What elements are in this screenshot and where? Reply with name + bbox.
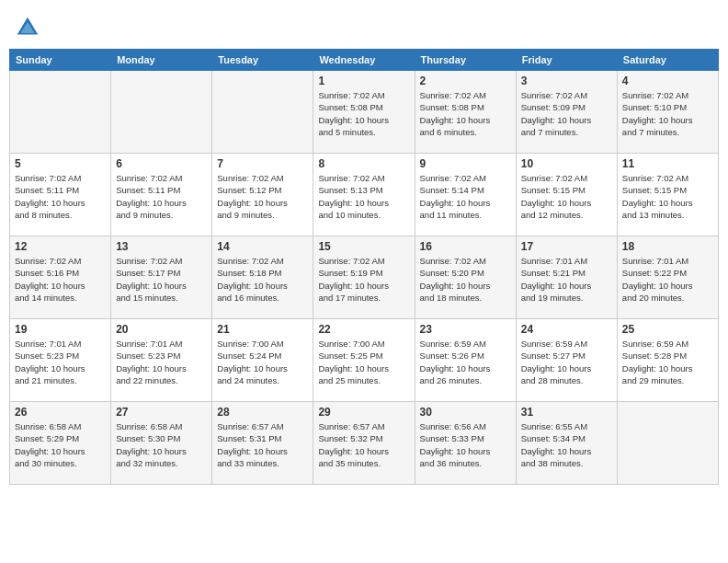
day-info: Sunrise: 7:02 AM Sunset: 5:16 PM Dayligh…	[15, 255, 106, 304]
day-number: 18	[622, 240, 713, 253]
day-info: Sunrise: 7:01 AM Sunset: 5:21 PM Dayligh…	[521, 255, 612, 304]
day-info: Sunrise: 7:00 AM Sunset: 5:24 PM Dayligh…	[217, 338, 308, 386]
day-number: 20	[116, 323, 207, 336]
calendar-cell: 10Sunrise: 7:02 AM Sunset: 5:15 PM Dayli…	[516, 154, 617, 236]
calendar-cell: 11Sunrise: 7:02 AM Sunset: 5:15 PM Dayli…	[617, 154, 718, 236]
logo	[14, 14, 45, 41]
day-number: 1	[318, 75, 409, 87]
weekday-header: Friday	[516, 50, 617, 71]
calendar-cell: 1Sunrise: 7:02 AM Sunset: 5:08 PM Daylig…	[313, 71, 415, 154]
calendar-cell: 26Sunrise: 6:58 AM Sunset: 5:29 PM Dayli…	[10, 402, 111, 485]
calendar-cell: 4Sunrise: 7:02 AM Sunset: 5:10 PM Daylig…	[617, 71, 718, 154]
calendar-cell: 24Sunrise: 6:59 AM Sunset: 5:27 PM Dayli…	[516, 319, 617, 402]
calendar-week-row: 12Sunrise: 7:02 AM Sunset: 5:16 PM Dayli…	[10, 236, 719, 319]
day-info: Sunrise: 7:02 AM Sunset: 5:11 PM Dayligh…	[116, 172, 207, 221]
day-number: 5	[15, 157, 106, 170]
day-number: 22	[318, 323, 409, 336]
day-info: Sunrise: 7:02 AM Sunset: 5:15 PM Dayligh…	[622, 172, 713, 221]
calendar-cell: 18Sunrise: 7:01 AM Sunset: 5:22 PM Dayli…	[617, 236, 718, 319]
day-number: 8	[318, 157, 409, 170]
day-info: Sunrise: 7:02 AM Sunset: 5:14 PM Dayligh…	[420, 172, 511, 221]
calendar-cell: 17Sunrise: 7:01 AM Sunset: 5:21 PM Dayli…	[516, 236, 617, 319]
day-info: Sunrise: 6:57 AM Sunset: 5:31 PM Dayligh…	[217, 420, 308, 469]
day-number: 26	[15, 406, 106, 419]
calendar-cell: 12Sunrise: 7:02 AM Sunset: 5:16 PM Dayli…	[10, 236, 111, 319]
calendar-cell: 23Sunrise: 6:59 AM Sunset: 5:26 PM Dayli…	[415, 319, 516, 402]
day-number: 28	[217, 406, 308, 419]
calendar-cell: 8Sunrise: 7:02 AM Sunset: 5:13 PM Daylig…	[313, 154, 415, 236]
day-info: Sunrise: 7:02 AM Sunset: 5:13 PM Dayligh…	[318, 172, 409, 221]
day-info: Sunrise: 7:02 AM Sunset: 5:10 PM Dayligh…	[622, 89, 713, 138]
calendar-cell: 6Sunrise: 7:02 AM Sunset: 5:11 PM Daylig…	[111, 154, 212, 236]
weekday-header: Tuesday	[212, 50, 313, 71]
day-info: Sunrise: 7:01 AM Sunset: 5:23 PM Dayligh…	[116, 338, 207, 386]
calendar: SundayMondayTuesdayWednesdayThursdayFrid…	[9, 49, 719, 485]
day-info: Sunrise: 7:02 AM Sunset: 5:12 PM Dayligh…	[217, 172, 308, 221]
day-info: Sunrise: 7:02 AM Sunset: 5:08 PM Dayligh…	[420, 89, 511, 138]
calendar-cell	[111, 71, 212, 154]
day-number: 13	[116, 240, 207, 253]
day-info: Sunrise: 7:01 AM Sunset: 5:22 PM Dayligh…	[622, 255, 713, 304]
day-number: 29	[318, 406, 409, 419]
day-info: Sunrise: 6:58 AM Sunset: 5:30 PM Dayligh…	[116, 420, 207, 469]
logo-icon	[14, 14, 41, 41]
day-number: 14	[217, 240, 308, 253]
calendar-cell: 19Sunrise: 7:01 AM Sunset: 5:23 PM Dayli…	[10, 319, 111, 402]
day-number: 23	[420, 323, 511, 336]
calendar-cell: 15Sunrise: 7:02 AM Sunset: 5:19 PM Dayli…	[313, 236, 415, 319]
day-number: 24	[521, 323, 612, 336]
calendar-cell: 7Sunrise: 7:02 AM Sunset: 5:12 PM Daylig…	[212, 154, 313, 236]
calendar-week-row: 1Sunrise: 7:02 AM Sunset: 5:08 PM Daylig…	[10, 71, 719, 154]
calendar-cell: 14Sunrise: 7:02 AM Sunset: 5:18 PM Dayli…	[212, 236, 313, 319]
day-info: Sunrise: 7:02 AM Sunset: 5:18 PM Dayligh…	[217, 255, 308, 304]
day-info: Sunrise: 6:59 AM Sunset: 5:28 PM Dayligh…	[622, 338, 713, 386]
calendar-cell: 28Sunrise: 6:57 AM Sunset: 5:31 PM Dayli…	[212, 402, 313, 485]
calendar-cell: 3Sunrise: 7:02 AM Sunset: 5:09 PM Daylig…	[516, 71, 617, 154]
weekday-header: Saturday	[617, 50, 718, 71]
day-number: 2	[420, 75, 511, 87]
calendar-body: 1Sunrise: 7:02 AM Sunset: 5:08 PM Daylig…	[10, 71, 719, 485]
day-info: Sunrise: 7:02 AM Sunset: 5:11 PM Dayligh…	[15, 172, 106, 221]
day-number: 19	[15, 323, 106, 336]
day-info: Sunrise: 7:02 AM Sunset: 5:09 PM Dayligh…	[521, 89, 612, 138]
weekday-header: Wednesday	[313, 50, 415, 71]
day-number: 15	[318, 240, 409, 253]
day-number: 16	[420, 240, 511, 253]
day-number: 7	[217, 157, 308, 170]
page-header	[9, 9, 719, 41]
calendar-cell: 30Sunrise: 6:56 AM Sunset: 5:33 PM Dayli…	[415, 402, 516, 485]
calendar-week-row: 5Sunrise: 7:02 AM Sunset: 5:11 PM Daylig…	[10, 154, 719, 236]
calendar-cell	[212, 71, 313, 154]
calendar-header-row: SundayMondayTuesdayWednesdayThursdayFrid…	[10, 50, 719, 71]
day-info: Sunrise: 7:02 AM Sunset: 5:08 PM Dayligh…	[318, 89, 409, 138]
calendar-cell: 29Sunrise: 6:57 AM Sunset: 5:32 PM Dayli…	[313, 402, 415, 485]
calendar-cell: 5Sunrise: 7:02 AM Sunset: 5:11 PM Daylig…	[10, 154, 111, 236]
day-info: Sunrise: 7:01 AM Sunset: 5:23 PM Dayligh…	[15, 338, 106, 386]
day-number: 27	[116, 406, 207, 419]
calendar-cell: 31Sunrise: 6:55 AM Sunset: 5:34 PM Dayli…	[516, 402, 617, 485]
day-info: Sunrise: 6:58 AM Sunset: 5:29 PM Dayligh…	[15, 420, 106, 469]
day-number: 11	[622, 157, 713, 170]
calendar-cell	[10, 71, 111, 154]
day-info: Sunrise: 7:02 AM Sunset: 5:20 PM Dayligh…	[420, 255, 511, 304]
calendar-cell	[617, 402, 718, 485]
calendar-cell: 2Sunrise: 7:02 AM Sunset: 5:08 PM Daylig…	[415, 71, 516, 154]
day-number: 9	[420, 157, 511, 170]
weekday-header: Sunday	[10, 50, 111, 71]
day-info: Sunrise: 6:59 AM Sunset: 5:27 PM Dayligh…	[521, 338, 612, 386]
day-number: 31	[521, 406, 612, 419]
day-number: 6	[116, 157, 207, 170]
calendar-week-row: 26Sunrise: 6:58 AM Sunset: 5:29 PM Dayli…	[10, 402, 719, 485]
calendar-cell: 9Sunrise: 7:02 AM Sunset: 5:14 PM Daylig…	[415, 154, 516, 236]
day-info: Sunrise: 7:00 AM Sunset: 5:25 PM Dayligh…	[318, 338, 409, 386]
day-number: 30	[420, 406, 511, 419]
calendar-week-row: 19Sunrise: 7:01 AM Sunset: 5:23 PM Dayli…	[10, 319, 719, 402]
day-number: 3	[521, 75, 612, 87]
calendar-cell: 27Sunrise: 6:58 AM Sunset: 5:30 PM Dayli…	[111, 402, 212, 485]
day-number: 12	[15, 240, 106, 253]
calendar-cell: 22Sunrise: 7:00 AM Sunset: 5:25 PM Dayli…	[313, 319, 415, 402]
day-number: 21	[217, 323, 308, 336]
day-info: Sunrise: 6:55 AM Sunset: 5:34 PM Dayligh…	[521, 420, 612, 469]
day-info: Sunrise: 6:59 AM Sunset: 5:26 PM Dayligh…	[420, 338, 511, 386]
day-info: Sunrise: 6:57 AM Sunset: 5:32 PM Dayligh…	[318, 420, 409, 469]
